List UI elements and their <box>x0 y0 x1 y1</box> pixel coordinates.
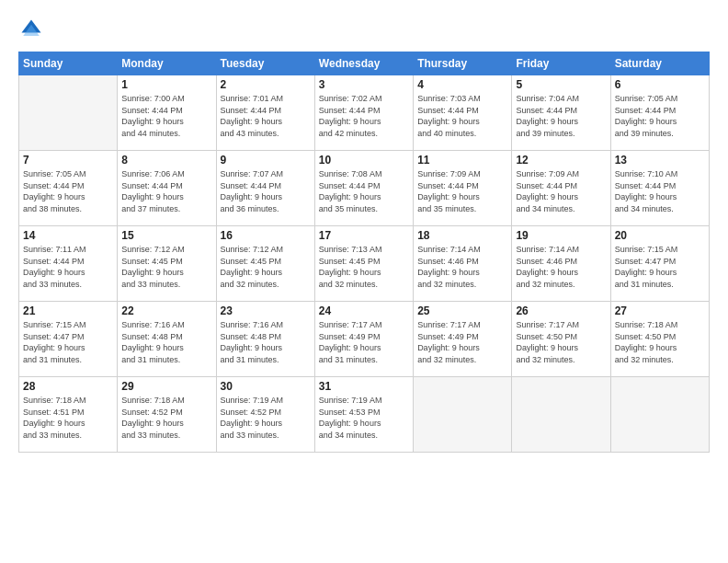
calendar-cell: 17Sunrise: 7:13 AM Sunset: 4:45 PM Dayli… <box>314 226 413 302</box>
day-number: 7 <box>23 154 113 167</box>
day-info: Sunrise: 7:18 AM Sunset: 4:52 PM Dayligh… <box>121 395 211 441</box>
weekday-header-row: SundayMondayTuesdayWednesdayThursdayFrid… <box>19 52 710 75</box>
calendar-cell: 11Sunrise: 7:09 AM Sunset: 4:44 PM Dayli… <box>414 151 512 226</box>
calendar-cell: 28Sunrise: 7:18 AM Sunset: 4:51 PM Dayli… <box>19 377 118 453</box>
calendar-cell: 26Sunrise: 7:17 AM Sunset: 4:50 PM Dayli… <box>512 302 610 377</box>
calendar-cell: 5Sunrise: 7:04 AM Sunset: 4:44 PM Daylig… <box>512 75 610 151</box>
day-number: 28 <box>23 380 113 393</box>
calendar-cell: 6Sunrise: 7:05 AM Sunset: 4:44 PM Daylig… <box>610 75 709 151</box>
day-number: 29 <box>121 380 211 393</box>
day-info: Sunrise: 7:17 AM Sunset: 4:49 PM Dayligh… <box>417 319 507 365</box>
day-info: Sunrise: 7:09 AM Sunset: 4:44 PM Dayligh… <box>516 168 606 214</box>
day-info: Sunrise: 7:17 AM Sunset: 4:49 PM Dayligh… <box>319 319 409 365</box>
day-number: 12 <box>516 154 606 167</box>
calendar-cell: 25Sunrise: 7:17 AM Sunset: 4:49 PM Dayli… <box>414 302 512 377</box>
week-row-5: 28Sunrise: 7:18 AM Sunset: 4:51 PM Dayli… <box>19 377 710 453</box>
day-number: 20 <box>615 229 705 242</box>
day-info: Sunrise: 7:18 AM Sunset: 4:50 PM Dayligh… <box>615 319 705 365</box>
calendar-cell: 13Sunrise: 7:10 AM Sunset: 4:44 PM Dayli… <box>610 151 709 226</box>
logo-icon <box>18 17 44 42</box>
calendar-cell <box>414 377 512 453</box>
calendar-cell: 3Sunrise: 7:02 AM Sunset: 4:44 PM Daylig… <box>314 75 413 151</box>
page: SundayMondayTuesdayWednesdayThursdayFrid… <box>0 0 728 563</box>
day-number: 16 <box>221 229 311 242</box>
calendar-cell: 22Sunrise: 7:16 AM Sunset: 4:48 PM Dayli… <box>118 302 216 377</box>
day-info: Sunrise: 7:17 AM Sunset: 4:50 PM Dayligh… <box>516 319 606 365</box>
day-info: Sunrise: 7:14 AM Sunset: 4:46 PM Dayligh… <box>516 244 606 290</box>
weekday-header-monday: Monday <box>118 52 216 75</box>
day-number: 14 <box>23 229 113 242</box>
calendar-cell: 20Sunrise: 7:15 AM Sunset: 4:47 PM Dayli… <box>610 226 709 302</box>
day-info: Sunrise: 7:00 AM Sunset: 4:44 PM Dayligh… <box>121 93 211 139</box>
weekday-header-thursday: Thursday <box>414 52 512 75</box>
calendar-cell: 10Sunrise: 7:08 AM Sunset: 4:44 PM Dayli… <box>314 151 413 226</box>
week-row-3: 14Sunrise: 7:11 AM Sunset: 4:44 PM Dayli… <box>19 226 710 302</box>
calendar-cell: 27Sunrise: 7:18 AM Sunset: 4:50 PM Dayli… <box>610 302 709 377</box>
day-number: 5 <box>516 78 606 91</box>
calendar-cell: 30Sunrise: 7:19 AM Sunset: 4:52 PM Dayli… <box>216 377 314 453</box>
day-number: 21 <box>23 304 113 317</box>
day-number: 26 <box>516 304 606 317</box>
day-number: 15 <box>121 229 211 242</box>
calendar-cell <box>610 377 709 453</box>
weekday-header-wednesday: Wednesday <box>314 52 413 75</box>
day-info: Sunrise: 7:10 AM Sunset: 4:44 PM Dayligh… <box>615 168 705 214</box>
day-number: 3 <box>319 78 409 91</box>
week-row-1: 1Sunrise: 7:00 AM Sunset: 4:44 PM Daylig… <box>19 75 710 151</box>
calendar-cell: 29Sunrise: 7:18 AM Sunset: 4:52 PM Dayli… <box>118 377 216 453</box>
calendar-cell: 8Sunrise: 7:06 AM Sunset: 4:44 PM Daylig… <box>118 151 216 226</box>
calendar-cell: 21Sunrise: 7:15 AM Sunset: 4:47 PM Dayli… <box>19 302 118 377</box>
calendar-cell <box>512 377 610 453</box>
weekday-header-friday: Friday <box>512 52 610 75</box>
calendar-cell: 1Sunrise: 7:00 AM Sunset: 4:44 PM Daylig… <box>118 75 216 151</box>
day-number: 13 <box>615 154 705 167</box>
day-number: 2 <box>221 78 311 91</box>
week-row-4: 21Sunrise: 7:15 AM Sunset: 4:47 PM Dayli… <box>19 302 710 377</box>
day-number: 31 <box>319 380 409 393</box>
calendar: SundayMondayTuesdayWednesdayThursdayFrid… <box>18 52 710 453</box>
day-info: Sunrise: 7:11 AM Sunset: 4:44 PM Dayligh… <box>23 244 113 290</box>
calendar-cell: 23Sunrise: 7:16 AM Sunset: 4:48 PM Dayli… <box>216 302 314 377</box>
calendar-cell: 12Sunrise: 7:09 AM Sunset: 4:44 PM Dayli… <box>512 151 610 226</box>
weekday-header-saturday: Saturday <box>610 52 709 75</box>
calendar-cell <box>19 75 118 151</box>
day-info: Sunrise: 7:02 AM Sunset: 4:44 PM Dayligh… <box>319 93 409 139</box>
day-info: Sunrise: 7:15 AM Sunset: 4:47 PM Dayligh… <box>23 319 113 365</box>
week-row-2: 7Sunrise: 7:05 AM Sunset: 4:44 PM Daylig… <box>19 151 710 226</box>
weekday-header-tuesday: Tuesday <box>216 52 314 75</box>
day-info: Sunrise: 7:12 AM Sunset: 4:45 PM Dayligh… <box>121 244 211 290</box>
day-number: 22 <box>121 304 211 317</box>
day-info: Sunrise: 7:03 AM Sunset: 4:44 PM Dayligh… <box>417 93 507 139</box>
day-number: 8 <box>121 154 211 167</box>
calendar-cell: 7Sunrise: 7:05 AM Sunset: 4:44 PM Daylig… <box>19 151 118 226</box>
calendar-cell: 24Sunrise: 7:17 AM Sunset: 4:49 PM Dayli… <box>314 302 413 377</box>
header <box>18 17 710 42</box>
day-info: Sunrise: 7:04 AM Sunset: 4:44 PM Dayligh… <box>516 93 606 139</box>
day-number: 30 <box>221 380 311 393</box>
calendar-cell: 19Sunrise: 7:14 AM Sunset: 4:46 PM Dayli… <box>512 226 610 302</box>
day-number: 23 <box>221 304 311 317</box>
day-info: Sunrise: 7:05 AM Sunset: 4:44 PM Dayligh… <box>23 168 113 214</box>
calendar-cell: 31Sunrise: 7:19 AM Sunset: 4:53 PM Dayli… <box>314 377 413 453</box>
calendar-cell: 2Sunrise: 7:01 AM Sunset: 4:44 PM Daylig… <box>216 75 314 151</box>
day-info: Sunrise: 7:13 AM Sunset: 4:45 PM Dayligh… <box>319 244 409 290</box>
calendar-cell: 9Sunrise: 7:07 AM Sunset: 4:44 PM Daylig… <box>216 151 314 226</box>
day-info: Sunrise: 7:16 AM Sunset: 4:48 PM Dayligh… <box>121 319 211 365</box>
day-number: 1 <box>121 78 211 91</box>
day-info: Sunrise: 7:12 AM Sunset: 4:45 PM Dayligh… <box>221 244 311 290</box>
day-number: 10 <box>319 154 409 167</box>
calendar-cell: 16Sunrise: 7:12 AM Sunset: 4:45 PM Dayli… <box>216 226 314 302</box>
day-number: 4 <box>417 78 507 91</box>
day-info: Sunrise: 7:19 AM Sunset: 4:52 PM Dayligh… <box>221 395 311 441</box>
day-number: 27 <box>615 304 705 317</box>
day-info: Sunrise: 7:14 AM Sunset: 4:46 PM Dayligh… <box>417 244 507 290</box>
day-info: Sunrise: 7:07 AM Sunset: 4:44 PM Dayligh… <box>221 168 311 214</box>
weekday-header-sunday: Sunday <box>19 52 118 75</box>
day-info: Sunrise: 7:15 AM Sunset: 4:47 PM Dayligh… <box>615 244 705 290</box>
day-info: Sunrise: 7:05 AM Sunset: 4:44 PM Dayligh… <box>615 93 705 139</box>
day-number: 18 <box>417 229 507 242</box>
calendar-cell: 4Sunrise: 7:03 AM Sunset: 4:44 PM Daylig… <box>414 75 512 151</box>
day-info: Sunrise: 7:16 AM Sunset: 4:48 PM Dayligh… <box>221 319 311 365</box>
day-info: Sunrise: 7:01 AM Sunset: 4:44 PM Dayligh… <box>221 93 311 139</box>
day-number: 17 <box>319 229 409 242</box>
